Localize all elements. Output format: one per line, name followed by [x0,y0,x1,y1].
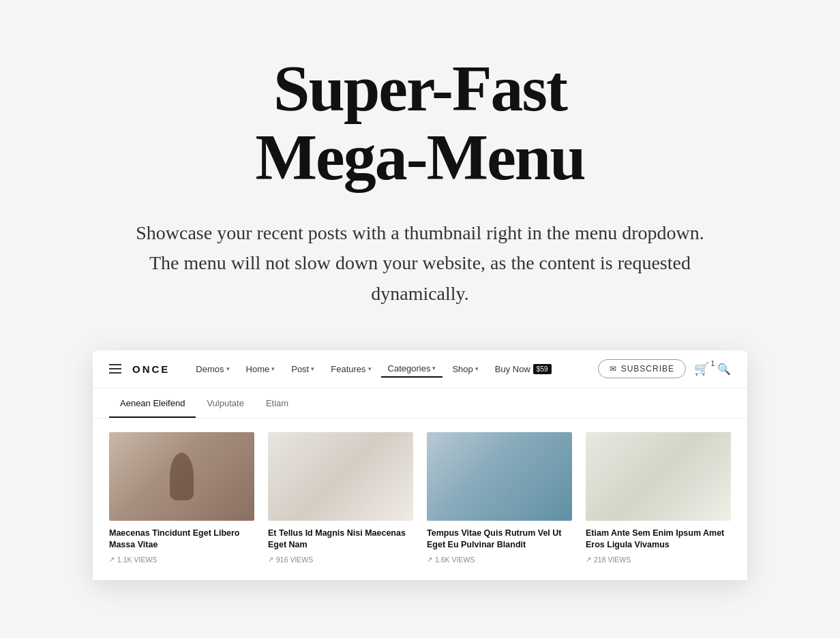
hero-title: Super-Fast Mega-Menu [255,55,584,192]
chevron-down-icon: ▾ [311,365,314,372]
post-meta-3: ↗ 1.6K VIEWS [427,556,572,564]
mail-icon: ✉ [610,364,617,374]
post-card-2: Et Tellus Id Magnis Nisi Maecenas Eget N… [268,432,413,564]
hero-title-line2: Mega-Menu [255,121,584,194]
nav-item-categories[interactable]: Categories ▾ [381,361,443,378]
post-views-4: 218 VIEWS [594,556,631,564]
hamburger-line [109,372,121,374]
views-icon: ↗ [427,556,432,563]
navbar-right: ✉ SUBSCRIBE 🛒 1 🔍 [598,359,731,378]
tab-vulputate[interactable]: Vulputate [196,389,254,418]
nav-menu: Demos ▾ Home ▾ Post ▾ Features ▾ Categor… [189,361,597,378]
subscribe-label: SUBSCRIBE [621,364,674,374]
nav-item-features[interactable]: Features ▾ [324,361,378,377]
hamburger-line [109,368,121,369]
browser-window: ONCE Demos ▾ Home ▾ Post ▾ Features ▾ Ca… [93,350,747,580]
post-thumbnail-2[interactable] [268,432,413,521]
hamburger-menu[interactable] [109,364,121,374]
views-icon: ↗ [268,556,273,563]
posts-grid: Maecenas Tincidunt Eget Libero Massa Vit… [93,419,747,580]
nav-item-shop[interactable]: Shop ▾ [445,361,485,377]
content-tabs: Aenean Eleifend Vulputate Etiam [93,389,747,419]
navbar: ONCE Demos ▾ Home ▾ Post ▾ Features ▾ Ca… [93,350,747,389]
chevron-down-icon: ▾ [226,365,230,372]
post-thumbnail-1[interactable] [109,432,254,521]
post-title-4[interactable]: Etiam Ante Sem Enim Ipsum Amet Eros Ligu… [586,528,731,551]
hero-section: Super-Fast Mega-Menu Showcase your recen… [0,0,840,350]
post-card-1: Maecenas Tincidunt Eget Libero Massa Vit… [109,432,254,564]
hamburger-line [109,364,121,365]
post-views-3: 1.6K VIEWS [435,556,475,564]
post-card-4: Etiam Ante Sem Enim Ipsum Amet Eros Ligu… [586,432,731,564]
chevron-down-icon: ▾ [368,365,372,372]
search-icon[interactable]: 🔍 [717,363,731,376]
post-meta-2: ↗ 916 VIEWS [268,556,413,564]
post-thumbnail-3[interactable] [427,432,572,521]
post-title-3[interactable]: Tempus Vitae Quis Rutrum Vel Ut Eget Eu … [427,528,572,551]
subscribe-button[interactable]: ✉ SUBSCRIBE [598,359,686,378]
views-icon: ↗ [586,556,591,563]
views-icon: ↗ [109,556,115,563]
chevron-down-icon: ▾ [475,365,479,372]
post-card-3: Tempus Vitae Quis Rutrum Vel Ut Eget Eu … [427,432,572,564]
post-views-1: 1.1K VIEWS [117,556,157,564]
site-logo: ONCE [132,363,170,375]
nav-item-demos[interactable]: Demos ▾ [189,361,236,377]
nav-item-post[interactable]: Post ▾ [284,361,321,377]
post-title-1[interactable]: Maecenas Tincidunt Eget Libero Massa Vit… [109,528,254,551]
tab-aenean[interactable]: Aenean Eleifend [109,389,196,418]
cart-count: 1 [710,360,715,367]
nav-item-home[interactable]: Home ▾ [239,361,282,377]
chevron-down-icon: ▾ [432,365,436,371]
price-badge: $59 [533,364,552,374]
post-thumbnail-4[interactable] [586,432,731,521]
post-meta-4: ↗ 218 VIEWS [586,556,731,564]
post-title-2[interactable]: Et Tellus Id Magnis Nisi Maecenas Eget N… [268,528,413,551]
nav-item-buy-now[interactable]: Buy Now $59 [488,361,558,377]
hero-title-line1: Super-Fast [273,52,567,125]
hero-subtitle: Showcase your recent posts with a thumbn… [127,218,713,309]
cart-icon[interactable]: 🛒 1 [694,361,709,376]
post-meta-1: ↗ 1.1K VIEWS [109,556,254,564]
post-views-2: 916 VIEWS [276,556,313,564]
chevron-down-icon: ▾ [271,365,275,372]
tab-etiam[interactable]: Etiam [255,389,299,418]
